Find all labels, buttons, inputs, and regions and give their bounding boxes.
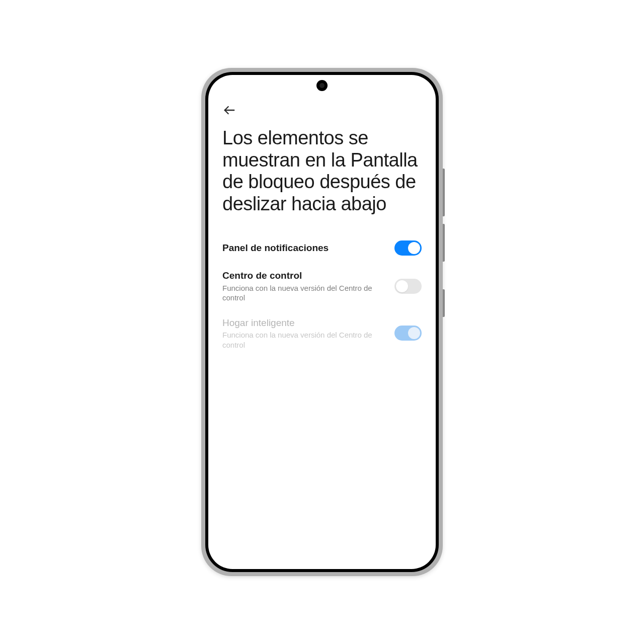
page-title: Los elementos se muestran en la Pantalla…	[222, 127, 422, 215]
setting-description: Funciona con la nueva versión del Centro…	[222, 283, 384, 303]
back-arrow-icon[interactable]	[222, 103, 422, 117]
setting-label: Centro de control	[222, 270, 384, 282]
power-button	[443, 289, 445, 317]
toggle-knob	[408, 327, 420, 339]
screen: Los elementos se muestran en la Pantalla…	[208, 75, 436, 569]
setting-label: Hogar inteligente	[222, 317, 384, 329]
setting-text: Hogar inteligente Funciona con la nueva …	[222, 317, 384, 350]
header-bar	[222, 100, 422, 127]
setting-row-control-center[interactable]: Centro de control Funciona con la nueva …	[222, 263, 422, 310]
volume-up-button	[443, 169, 445, 216]
toggle-knob	[408, 242, 420, 254]
setting-description: Funciona con la nueva versión del Centro…	[222, 330, 384, 350]
settings-page: Los elementos se muestran en la Pantalla…	[208, 75, 436, 357]
volume-down-button	[443, 224, 445, 262]
toggle-knob	[396, 280, 408, 292]
setting-text: Centro de control Funciona con la nueva …	[222, 270, 384, 303]
camera-notch	[316, 80, 328, 91]
setting-label: Panel de notificaciones	[222, 242, 384, 254]
toggle-smart-home	[394, 326, 422, 341]
phone-bezel: Los elementos se muestran en la Pantalla…	[205, 72, 439, 572]
setting-row-notification-panel[interactable]: Panel de notificaciones	[222, 233, 422, 263]
setting-row-smart-home: Hogar inteligente Funciona con la nueva …	[222, 310, 422, 357]
toggle-control-center[interactable]	[394, 279, 422, 294]
phone-frame: Los elementos se muestran en la Pantalla…	[201, 68, 443, 576]
toggle-notification-panel[interactable]	[394, 240, 422, 256]
setting-text: Panel de notificaciones	[222, 242, 384, 254]
